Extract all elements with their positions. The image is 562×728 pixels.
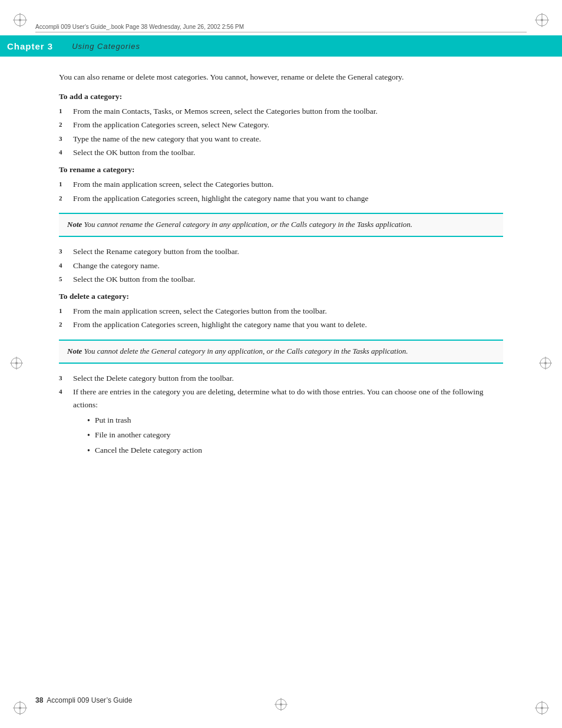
- note-box-1: Note You cannot rename the General categ…: [59, 213, 503, 237]
- footer-text: Accompli 009 User’s Guide: [47, 696, 132, 704]
- reg-mark-left: [9, 356, 24, 373]
- add-category-heading: To add a category:: [59, 92, 503, 101]
- list-item: 4Select the OK button from the toolbar.: [59, 146, 503, 159]
- list-item: 3Type the name of the new category that …: [59, 133, 503, 146]
- list-item: 2From the application Categories screen,…: [59, 318, 503, 331]
- delete-category-section: To delete a category: 1From the main app…: [59, 292, 503, 331]
- add-category-section: To add a category: 1From the main Contac…: [59, 92, 503, 159]
- chapter-header: Chapter 3 Using Categories: [0, 35, 562, 57]
- delete-category-heading: To delete a category:: [59, 292, 503, 301]
- list-item: 4 If there are entries in the category y…: [59, 386, 503, 459]
- rename-category-steps: 1From the main application screen, selec…: [59, 178, 503, 205]
- page-footer: 38 Accompli 009 User’s Guide: [35, 696, 527, 704]
- rename-continued-steps: 3Select the Rename category button from …: [59, 245, 503, 286]
- reg-mark-tl: [12, 12, 28, 28]
- chapter-subtitle: Using Categories: [72, 42, 140, 51]
- reg-mark-tr: [534, 12, 550, 28]
- list-item: 2From the application Categories screen,…: [59, 118, 503, 131]
- note-text-2: You cannot delete the General category i…: [84, 347, 408, 355]
- list-item: 4Change the category name.: [59, 259, 503, 272]
- list-item: Cancel the Delete category action: [87, 444, 503, 458]
- note-box-2: Note You cannot delete the General categ…: [59, 340, 503, 364]
- delete-continued-steps: 3Select the Delete category button from …: [59, 372, 503, 459]
- note-label-2: Note: [67, 347, 82, 355]
- list-item: File in another category: [87, 429, 503, 443]
- delete-category-steps: 1From the main application screen, selec…: [59, 305, 503, 331]
- list-item: 1From the main application screen, selec…: [59, 178, 503, 191]
- reg-mark-bl: [12, 700, 28, 716]
- list-item: 3Select the Delete category button from …: [59, 372, 503, 385]
- list-item: 3Select the Rename category button from …: [59, 245, 503, 258]
- delete-bullets: Put in trash File in another category Ca…: [87, 414, 503, 458]
- list-item: 5Select the OK button from the toolbar.: [59, 273, 503, 286]
- chapter-label: Chapter 3: [7, 41, 62, 51]
- top-meta-line: Accompli 009 User's Guide_.book Page 38 …: [35, 24, 527, 32]
- reg-mark-right: [538, 356, 553, 373]
- list-item: 2From the application Categories screen,…: [59, 192, 503, 205]
- list-item: 1From the main Contacts, Tasks, or Memos…: [59, 105, 503, 118]
- list-item: 1From the main application screen, selec…: [59, 305, 503, 318]
- note-text-1: You cannot rename the General category i…: [84, 220, 413, 229]
- rename-category-heading: To rename a category:: [59, 165, 503, 174]
- note-label-1: Note: [67, 220, 82, 229]
- intro-paragraph: You can also rename or delete most categ…: [59, 71, 503, 84]
- reg-mark-br: [534, 700, 550, 716]
- rename-category-section: To rename a category: 1From the main app…: [59, 165, 503, 205]
- add-category-steps: 1From the main Contacts, Tasks, or Memos…: [59, 105, 503, 159]
- main-content: You can also rename or delete most categ…: [59, 71, 503, 465]
- list-item: Put in trash: [87, 414, 503, 428]
- page-number: 38: [35, 696, 43, 704]
